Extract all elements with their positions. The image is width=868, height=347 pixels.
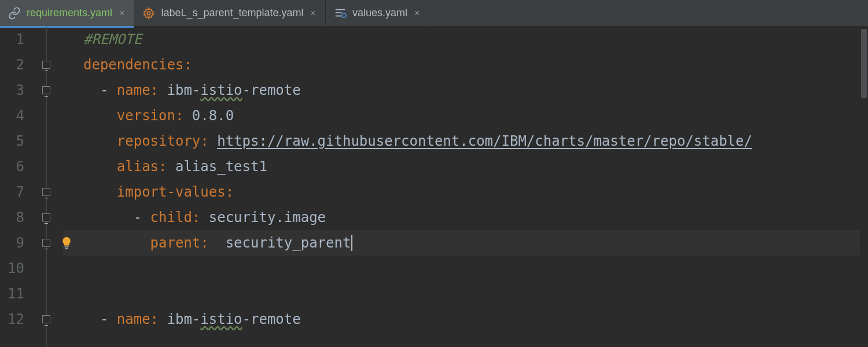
intention-bulb-icon[interactable] <box>61 237 72 249</box>
fold-icon[interactable] <box>42 86 50 94</box>
fold-row <box>35 128 58 154</box>
yaml-value: ibm-istio-remote <box>167 307 301 332</box>
yaml-key: alias <box>117 154 159 179</box>
fold-row <box>35 307 58 332</box>
fold-row <box>35 52 58 77</box>
yaml-key: version <box>117 103 175 128</box>
fold-icon[interactable] <box>42 213 50 222</box>
tab-bar: requirements.yaml × labeL_s_parent_templ… <box>0 0 868 27</box>
code-line[interactable]: import-values: <box>62 179 868 205</box>
code-line[interactable]: parent: security_parent <box>62 230 868 256</box>
line-number: 2 <box>0 52 24 77</box>
yaml-key: dependencies <box>83 52 183 77</box>
line-number: 10 <box>0 256 24 281</box>
yaml-icon <box>334 7 347 20</box>
tab-label: values.yaml <box>352 7 407 19</box>
yaml-value: alias_test1 <box>175 154 267 179</box>
code-line[interactable]: - name: ibm-istio-remote <box>62 307 868 332</box>
url-link[interactable]: https://raw.githubusercontent.com/IBM/ch… <box>217 128 752 154</box>
line-number: 5 <box>0 128 24 154</box>
yaml-key: parent <box>150 230 201 256</box>
gutter-line-numbers: 123456789101112 <box>0 27 35 347</box>
fold-icon[interactable] <box>42 188 50 196</box>
svg-rect-5 <box>65 246 69 248</box>
line-number <box>0 332 24 347</box>
code-line[interactable]: version: 0.8.0 <box>62 103 868 128</box>
code-line[interactable]: alias: alias_test1 <box>62 154 868 179</box>
code-line[interactable]: - name: ibm-istio-remote <box>62 77 868 103</box>
code-area[interactable]: #REMOTEdependencies: - name: ibm-istio-r… <box>58 27 868 347</box>
text-caret <box>351 235 352 251</box>
fold-row <box>35 27 58 52</box>
svg-rect-2 <box>336 12 342 13</box>
line-number: 12 <box>0 307 24 332</box>
svg-point-4 <box>342 13 346 17</box>
code-line[interactable]: dependencies: <box>62 52 868 77</box>
svg-rect-6 <box>65 248 68 249</box>
scrollbar-thumb[interactable] <box>861 29 867 98</box>
code-line[interactable]: - child: security.image <box>62 205 868 230</box>
tab-label: requirements.yaml <box>27 7 112 19</box>
fold-row <box>35 281 58 307</box>
code-line[interactable] <box>62 281 868 307</box>
editor[interactable]: 123456789101112 #REMOTEdependencies: - n… <box>0 27 868 347</box>
svg-rect-1 <box>336 9 345 10</box>
yaml-key: child <box>150 205 192 230</box>
fold-row <box>35 154 58 179</box>
yaml-key: import-values <box>117 179 226 205</box>
close-icon[interactable]: × <box>118 8 126 19</box>
code-comment: #REMOTE <box>83 27 142 52</box>
yaml-value: security_parent <box>226 230 351 256</box>
code-line[interactable] <box>62 256 868 281</box>
line-number: 1 <box>0 27 24 52</box>
line-number: 4 <box>0 103 24 128</box>
line-number: 8 <box>0 205 24 230</box>
yaml-value: security.image <box>209 205 326 230</box>
svg-rect-3 <box>336 15 342 16</box>
tab-values[interactable]: values.yaml × <box>326 0 429 26</box>
line-number: 9 <box>0 230 24 256</box>
fold-icon[interactable] <box>42 315 50 323</box>
line-number: 6 <box>0 154 24 179</box>
code-line[interactable]: #REMOTE <box>62 27 868 52</box>
yaml-key: repository <box>117 128 201 154</box>
yaml-value: ibm-istio-remote <box>167 77 301 103</box>
tab-requirements[interactable]: requirements.yaml × <box>0 0 134 26</box>
line-number: 7 <box>0 179 24 205</box>
gutter-fold <box>35 27 58 347</box>
close-icon[interactable]: × <box>310 8 317 19</box>
yaml-key: name <box>117 307 150 332</box>
close-icon[interactable]: × <box>413 8 421 19</box>
tab-label: labeL_s_parent_template.yaml <box>161 7 303 19</box>
fold-icon[interactable] <box>42 239 50 247</box>
fold-row <box>35 179 58 205</box>
code-line[interactable] <box>62 332 868 347</box>
line-number: 11 <box>0 281 24 307</box>
yaml-key: name <box>117 77 150 103</box>
gear-icon <box>142 7 155 20</box>
line-number: 3 <box>0 77 24 103</box>
link-icon <box>8 7 21 20</box>
svg-point-0 <box>148 12 151 15</box>
yaml-value: 0.8.0 <box>192 103 234 128</box>
fold-icon[interactable] <box>42 61 50 69</box>
scrollbar[interactable] <box>860 27 868 347</box>
tab-label-template[interactable]: labeL_s_parent_template.yaml × <box>134 0 326 26</box>
code-line[interactable]: repository: https://raw.githubuserconten… <box>62 128 868 154</box>
